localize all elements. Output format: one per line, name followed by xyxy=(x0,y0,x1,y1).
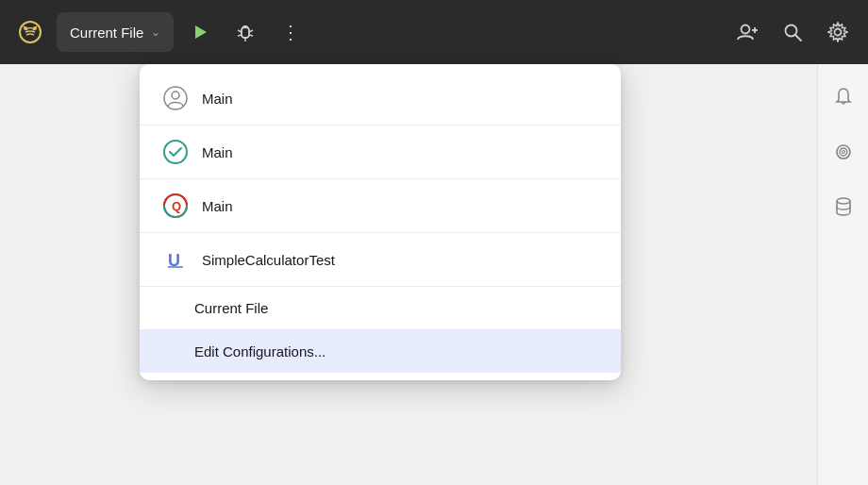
bell-icon xyxy=(833,87,854,108)
run-button[interactable] xyxy=(181,13,219,51)
search-icon xyxy=(782,22,803,42)
svg-line-16 xyxy=(795,35,801,41)
dropdown-item-label: Main xyxy=(202,144,233,160)
dropdown-item-main-person[interactable]: Main xyxy=(140,72,621,125)
spiral-icon xyxy=(833,142,854,162)
notifications-button[interactable] xyxy=(826,79,861,115)
svg-point-20 xyxy=(164,141,187,163)
person-icon xyxy=(162,85,189,111)
more-options-button[interactable]: ⋮ xyxy=(272,13,309,51)
database-button[interactable] xyxy=(826,189,861,225)
dropdown-item-edit-configurations[interactable]: Edit Configurations... xyxy=(140,330,621,373)
dropdown-menu: Main Main Q Main xyxy=(140,64,621,380)
toolbar-right xyxy=(728,13,857,51)
dropdown-item-label: Main xyxy=(202,198,233,214)
search-button[interactable] xyxy=(774,13,811,51)
debug-button[interactable] xyxy=(226,13,264,51)
dropdown-item-label: Edit Configurations... xyxy=(194,343,326,360)
dropdown-item-label: SimpleCalculatorTest xyxy=(202,252,335,268)
logo-icon xyxy=(18,20,42,44)
settings-button[interactable] xyxy=(819,13,857,51)
svg-point-0 xyxy=(20,22,41,42)
dropdown-item-main-q[interactable]: Q Main xyxy=(140,179,621,233)
svg-marker-5 xyxy=(195,25,207,39)
chevron-down-icon: ⌄ xyxy=(151,25,160,39)
run-icon xyxy=(191,23,209,42)
toolbar: Current File ⌄ ⋮ xyxy=(0,0,868,64)
dropdown-item-simple-calc[interactable]: U SimpleCalculatorTest xyxy=(140,233,621,287)
add-user-icon xyxy=(736,22,759,42)
spiral-button[interactable] xyxy=(826,134,861,170)
current-file-button[interactable]: Current File ⌄ xyxy=(57,12,174,52)
svg-text:Q: Q xyxy=(172,199,181,213)
check-circle-icon xyxy=(162,139,189,165)
dropdown-item-label: Current File xyxy=(194,300,268,316)
svg-point-26 xyxy=(837,198,850,204)
svg-point-19 xyxy=(172,92,179,99)
svg-point-12 xyxy=(742,25,750,34)
current-file-label: Current File xyxy=(70,25,143,41)
dropdown-item-label: Main xyxy=(202,91,233,107)
svg-point-17 xyxy=(835,29,842,36)
database-icon xyxy=(833,196,854,217)
dropdown-item-main-check[interactable]: Main xyxy=(140,125,621,179)
svg-line-10 xyxy=(249,35,253,36)
q-circle-icon: Q xyxy=(162,192,189,219)
right-sidebar xyxy=(817,64,868,485)
more-icon: ⋮ xyxy=(281,21,301,43)
debug-icon xyxy=(235,22,256,42)
settings-icon xyxy=(827,22,848,42)
dropdown-item-current-file[interactable]: Current File xyxy=(140,287,621,330)
svg-line-9 xyxy=(238,35,242,36)
add-user-button[interactable] xyxy=(728,13,766,51)
svg-rect-6 xyxy=(242,27,249,38)
toolbar-left: Current File ⌄ ⋮ xyxy=(11,12,728,52)
u-icon: U xyxy=(162,246,189,273)
logo-button[interactable] xyxy=(11,13,49,51)
